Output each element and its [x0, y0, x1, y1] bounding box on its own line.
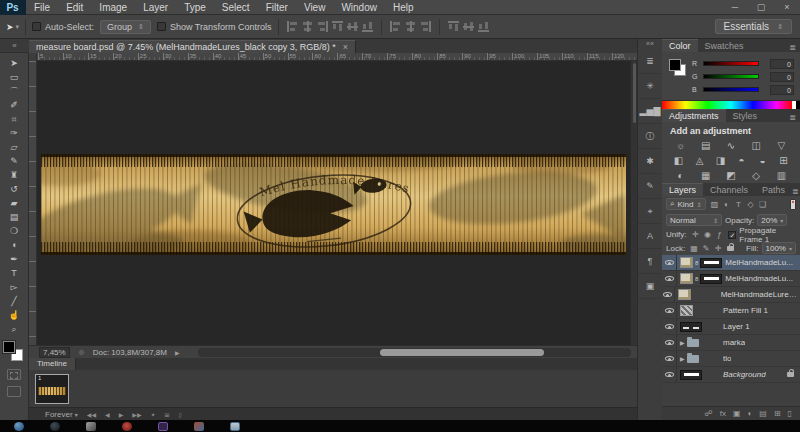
- menu-item[interactable]: Layer: [135, 0, 176, 15]
- clone-stamp-tool[interactable]: ♜: [0, 168, 28, 182]
- layer-comps-panel-icon[interactable]: ▣: [638, 274, 663, 299]
- vertical-scrollbar[interactable]: [630, 61, 637, 345]
- green-value-field[interactable]: 0: [770, 72, 794, 82]
- layer-row[interactable]: ▶ 8 Background: [662, 367, 800, 383]
- color-spectrum-ramp[interactable]: [662, 100, 800, 109]
- invert-icon[interactable]: ◐: [668, 170, 693, 181]
- tween-button[interactable]: ✦: [151, 411, 156, 418]
- tab-channels[interactable]: Channels: [703, 184, 755, 196]
- histogram-panel-icon[interactable]: ▂▅▇: [638, 99, 663, 124]
- delete-frame-button[interactable]: ▯: [179, 411, 182, 418]
- layer-thumbnail[interactable]: ▶ 8: [680, 339, 720, 347]
- align-horizontal-centers-icon[interactable]: [347, 21, 358, 32]
- channel-mixer-icon[interactable]: ◒: [752, 155, 773, 166]
- taskbar-app-icon[interactable]: [158, 422, 168, 431]
- layer-row[interactable]: ▶ 8 MelHandmadeLu...: [662, 255, 800, 271]
- distribute-vertical-centers-icon[interactable]: [405, 21, 416, 32]
- restore-icon[interactable]: ▢: [748, 0, 774, 15]
- layer-thumbnail[interactable]: ▶ 8: [680, 257, 722, 268]
- fill-field[interactable]: 100% ▾: [762, 242, 796, 254]
- align-vertical-centers-icon[interactable]: [302, 21, 313, 32]
- minimize-icon[interactable]: ─: [722, 0, 748, 15]
- auto-select-checkbox[interactable]: [32, 22, 41, 31]
- foreground-color-swatch[interactable]: [3, 341, 15, 353]
- selective-color-icon[interactable]: ◇: [744, 170, 769, 181]
- document-tab[interactable]: measure board.psd @ 7.45% (MelHandmadeLu…: [29, 40, 356, 53]
- properties-panel-icon[interactable]: ✱: [638, 149, 663, 174]
- opacity-field[interactable]: 20% ▾: [757, 214, 787, 226]
- panel-menu-icon[interactable]: ≣: [789, 113, 800, 122]
- layer-thumbnail[interactable]: ▶ 8: [680, 273, 722, 284]
- menu-item[interactable]: Help: [385, 0, 422, 15]
- blur-tool[interactable]: ❍: [0, 224, 28, 238]
- visibility-eye-icon[interactable]: [662, 287, 675, 302]
- visibility-eye-icon[interactable]: [662, 335, 677, 350]
- layer-name[interactable]: MelHandmadeLu...: [725, 258, 793, 267]
- photo-filter-icon[interactable]: ◓: [731, 155, 752, 166]
- loop-count-dropdown[interactable]: Forever ▾: [45, 410, 78, 419]
- workspace-switcher-button[interactable]: Essentials ⇕: [715, 19, 792, 34]
- filter-shape-layers-icon[interactable]: ◇: [745, 200, 757, 209]
- menu-item[interactable]: File: [26, 0, 58, 15]
- eraser-tool[interactable]: ▰: [0, 196, 28, 210]
- tool-preset-caret-icon[interactable]: ▾: [16, 23, 20, 31]
- panel-menu-icon[interactable]: ≣: [792, 187, 800, 196]
- pen-tool[interactable]: ✒: [0, 252, 28, 266]
- filter-type-layers-icon[interactable]: T: [733, 200, 745, 209]
- filter-adjustment-layers-icon[interactable]: ◐: [721, 200, 733, 209]
- tab-layers[interactable]: Layers: [662, 183, 703, 196]
- unify-visibility-icon[interactable]: ◉: [701, 230, 713, 239]
- threshold-icon[interactable]: ◩: [718, 170, 743, 181]
- align-bottom-edges-icon[interactable]: [317, 21, 328, 32]
- layer-thumbnail[interactable]: ▶ 8: [680, 370, 720, 380]
- posterize-icon[interactable]: ▦: [693, 170, 718, 181]
- vibrance-icon[interactable]: ▽: [769, 140, 794, 151]
- distribute-top-edges-icon[interactable]: [390, 21, 401, 32]
- blue-slider[interactable]: [703, 87, 759, 92]
- filter-kind-dropdown[interactable]: ⌕ Kind ⇕: [666, 198, 706, 210]
- foreground-color-swatch[interactable]: [669, 59, 681, 71]
- horizontal-scrollbar[interactable]: [198, 348, 631, 357]
- vertical-ruler[interactable]: [29, 61, 37, 345]
- paragraph-panel-icon[interactable]: ¶: [638, 249, 663, 274]
- menu-item[interactable]: Edit: [58, 0, 91, 15]
- play-button[interactable]: ▶: [119, 411, 124, 418]
- character-panel-icon[interactable]: A: [638, 224, 663, 249]
- add-layer-mask-icon[interactable]: ▣: [733, 409, 741, 418]
- layer-name[interactable]: Pattern Fill 1: [723, 306, 768, 315]
- tool-presets-panel-icon[interactable]: ✳: [638, 74, 663, 99]
- show-transform-controls-checkbox[interactable]: [157, 22, 166, 31]
- layer-row[interactable]: ▶ 8 tlo: [662, 351, 800, 367]
- visibility-eye-icon[interactable]: [662, 303, 677, 318]
- type-tool[interactable]: T: [0, 266, 28, 280]
- align-top-edges-icon[interactable]: [287, 21, 298, 32]
- lasso-tool[interactable]: ⌒: [0, 84, 28, 98]
- visibility-eye-icon[interactable]: [662, 319, 677, 334]
- layer-thumbnail[interactable]: ▶ 8: [680, 305, 720, 316]
- blend-mode-dropdown[interactable]: Normal ⇕: [666, 214, 722, 226]
- layer-name[interactable]: Background: [723, 370, 766, 379]
- close-icon[interactable]: ×: [774, 0, 800, 15]
- brush-tool[interactable]: ✎: [0, 154, 28, 168]
- path-selection-tool[interactable]: ▻: [0, 280, 28, 294]
- new-group-icon[interactable]: ▤: [759, 409, 767, 418]
- layer-style-icon[interactable]: fx: [720, 409, 726, 418]
- filter-smart-objects-icon[interactable]: ❏: [757, 200, 769, 209]
- brush-panel-icon[interactable]: ✎: [638, 174, 663, 199]
- distribute-horizontal-centers-icon[interactable]: [463, 21, 474, 32]
- group-expand-icon[interactable]: ▶: [680, 355, 685, 362]
- visibility-eye-icon[interactable]: [662, 255, 677, 270]
- distribute-left-edges-icon[interactable]: [448, 21, 459, 32]
- layer-thumbnail[interactable]: ▶ 8: [680, 355, 720, 363]
- propagate-frame-checkbox[interactable]: ✓: [728, 231, 736, 239]
- layer-name[interactable]: marka: [723, 338, 745, 347]
- menu-item[interactable]: Filter: [258, 0, 296, 15]
- eyedropper-tool[interactable]: ✑: [0, 126, 28, 140]
- new-adjustment-layer-icon[interactable]: ◐: [747, 409, 752, 418]
- visibility-eye-icon[interactable]: [662, 271, 677, 286]
- unify-style-icon[interactable]: ƒ: [713, 230, 725, 239]
- layer-name[interactable]: MelHandmadeLu...: [725, 274, 793, 283]
- spot-healing-brush-tool[interactable]: ▱: [0, 140, 28, 154]
- taskbar-app-icon[interactable]: [86, 422, 96, 431]
- hand-tool[interactable]: ☝: [0, 308, 28, 322]
